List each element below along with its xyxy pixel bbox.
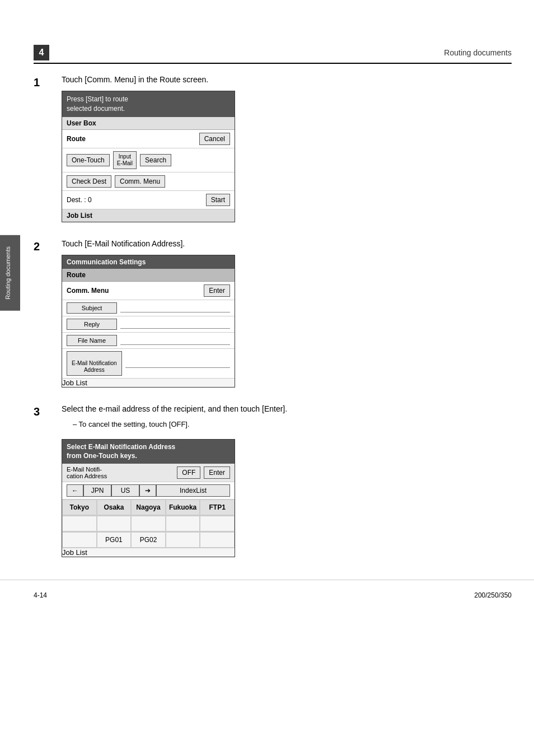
- search-button[interactable]: Search: [140, 154, 171, 166]
- page-header: 4 Routing documents: [34, 45, 512, 64]
- empty-cell-3: [131, 516, 166, 531]
- dest-row: Dest. : 0 Start: [62, 191, 235, 209]
- email-btn-line1: Input: [119, 153, 131, 160]
- jpn-button[interactable]: JPN: [83, 484, 111, 497]
- subject-field-line: [120, 304, 230, 312]
- city-nagoya[interactable]: Nagoya: [131, 500, 166, 515]
- email-notif-button[interactable]: E-Mail Notification Address: [67, 351, 122, 376]
- check-dest-button[interactable]: Check Dest: [67, 175, 111, 188]
- job-list-label-2: Job List: [62, 379, 87, 387]
- off-button[interactable]: OFF: [177, 466, 200, 479]
- empty-cell-4: [166, 516, 200, 531]
- select-header-line1: Select E-Mail Notification Address: [67, 443, 175, 451]
- job-list-label-3: Job List: [62, 548, 87, 557]
- route-row: Route Cancel: [62, 130, 235, 148]
- empty-cell-5: [200, 516, 235, 531]
- page-footer: 4-14 200/250/350: [0, 580, 534, 610]
- reply-row: Reply: [62, 316, 235, 333]
- user-box-label: User Box: [67, 119, 96, 127]
- arrow-button[interactable]: ➔: [139, 484, 156, 497]
- empty-cell-1: [62, 516, 97, 531]
- route-subheader-label: Route: [67, 271, 86, 279]
- reply-button[interactable]: Reply: [67, 319, 117, 330]
- comm-menu-button[interactable]: Comm. Menu: [115, 175, 165, 188]
- step-2-content: Touch [E-Mail Notification Address]. Com…: [62, 239, 512, 388]
- screen-3-box: Select E-Mail Notification Address from …: [62, 439, 235, 558]
- comm-settings-label: Communication Settings: [67, 258, 146, 266]
- city-osaka[interactable]: Osaka: [97, 500, 132, 515]
- step-1-content: Touch [Comm. Menu] in the Route screen. …: [62, 75, 512, 222]
- step-3-instruction: Select the e-mail address of the recipie…: [62, 404, 512, 413]
- file-name-button[interactable]: File Name: [67, 335, 117, 346]
- email-icon[interactable]: Input E-Mail: [113, 151, 137, 169]
- empty-cell-2: [97, 516, 132, 531]
- pg-empty-3: [200, 532, 235, 548]
- cancel-button[interactable]: Cancel: [199, 133, 230, 145]
- user-box-row: User Box: [62, 117, 235, 130]
- screen-1-box: Press [Start] to route selected document…: [62, 91, 235, 222]
- email-notif-label: E-Mail Notification Address: [72, 360, 117, 373]
- route-label: Route: [67, 135, 195, 143]
- buttons-row-1: One-Touch Input E-Mail Search: [62, 148, 235, 172]
- step-3: 3 Select the e-mail address of the recip…: [34, 404, 512, 558]
- step-3-content: Select the e-mail address of the recipie…: [62, 404, 512, 558]
- cities-grid: Tokyo Osaka Nagoya Fukuoka FTP1: [62, 500, 235, 516]
- step-2-number: 2: [34, 239, 50, 388]
- side-tab-routing: Routing documents: [4, 246, 11, 300]
- select-header: Select E-Mail Notification Address from …: [62, 440, 235, 464]
- email-btn-line2: E-Mail: [117, 160, 133, 166]
- step-1-number: 1: [34, 75, 50, 222]
- comm-menu-label: Comm. Menu: [67, 287, 199, 295]
- side-tab: Routing documents Chapter 4: [0, 235, 20, 311]
- step-1: 1 Touch [Comm. Menu] in the Route screen…: [34, 75, 512, 222]
- reply-field-line: [120, 320, 230, 329]
- job-list-row-3[interactable]: Job List: [62, 548, 235, 557]
- email-notif-field-line: [125, 359, 230, 368]
- job-list-label-1: Job List: [67, 212, 92, 220]
- step-2: 2 Touch [E-Mail Notification Address]. C…: [34, 239, 512, 388]
- dest-label: Dest. : 0: [67, 196, 206, 204]
- chapter-badge: 4: [34, 45, 49, 60]
- pg-empty-1: [62, 532, 97, 548]
- comm-settings-header: Communication Settings: [62, 255, 235, 269]
- footer-model-number: 200/250/350: [474, 591, 512, 599]
- index-list-button[interactable]: IndexList: [156, 484, 230, 497]
- step-2-instruction: Touch [E-Mail Notification Address].: [62, 239, 512, 248]
- footer-page-number: 4-14: [34, 591, 47, 599]
- enter-button-2[interactable]: Enter: [204, 284, 230, 297]
- page-title: Routing documents: [444, 48, 512, 57]
- file-name-row: File Name: [62, 333, 235, 349]
- screen3-email-notif-label: E-Mail Notifi- cation Address: [67, 466, 107, 479]
- comm-menu-row: Comm. Menu Enter: [62, 282, 235, 300]
- email-notif-row: E-Mail Notification Address: [62, 349, 235, 379]
- buttons-row-2: Check Dest Comm. Menu: [62, 172, 235, 191]
- city-fukuoka[interactable]: Fukuoka: [166, 500, 200, 515]
- back-nav-button[interactable]: ←: [67, 484, 83, 497]
- job-list-row-1[interactable]: Job List: [62, 209, 235, 222]
- screen3-email-notif-row: E-Mail Notifi- cation Address OFF Enter: [62, 464, 235, 482]
- pg-empty-2: [166, 532, 200, 548]
- screen-2-box: Communication Settings Route Comm. Menu …: [62, 255, 235, 388]
- select-header-line2: from One-Touch keys.: [67, 452, 137, 460]
- city-ftp1[interactable]: FTP1: [200, 500, 235, 515]
- route-subheader: Route: [62, 269, 235, 282]
- step-3-number: 3: [34, 404, 50, 558]
- subject-row: Subject: [62, 300, 235, 316]
- side-tab-chapter: Chapter 4: [22, 259, 29, 287]
- city-tokyo[interactable]: Tokyo: [62, 500, 97, 515]
- pg02-cell[interactable]: PG02: [131, 532, 166, 548]
- one-touch-button[interactable]: One-Touch: [67, 154, 110, 166]
- us-button[interactable]: US: [111, 484, 139, 497]
- press-info: Press [Start] to route selected document…: [62, 91, 235, 117]
- file-name-field-line: [120, 336, 230, 345]
- job-list-row-2[interactable]: Job List: [62, 379, 235, 387]
- pg01-cell[interactable]: PG01: [97, 532, 132, 548]
- start-button[interactable]: Start: [206, 194, 230, 206]
- subject-button[interactable]: Subject: [67, 302, 117, 314]
- press-info-line1: Press [Start] to route: [67, 95, 128, 103]
- step-1-instruction: Touch [Comm. Menu] in the Route screen.: [62, 75, 512, 84]
- nav-row: ← JPN US ➔ IndexList: [62, 482, 235, 500]
- step-3-sub-instruction: To cancel the setting, touch [OFF].: [73, 420, 512, 428]
- enter-button-3[interactable]: Enter: [204, 466, 230, 479]
- press-info-line2: selected document.: [67, 105, 125, 113]
